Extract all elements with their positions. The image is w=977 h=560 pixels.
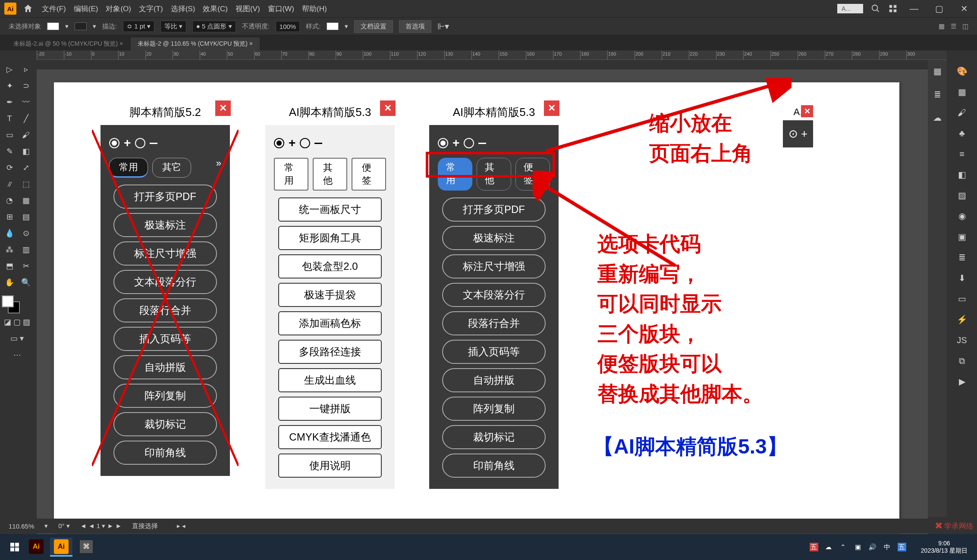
layers-panel-icon[interactable]: ≣ <box>953 249 971 266</box>
direct-selection-tool[interactable]: ▹ <box>18 62 34 77</box>
panel-icon[interactable]: ◫ <box>962 22 968 30</box>
color-mode-icon[interactable]: ◪ ▢ ▨ <box>2 314 33 330</box>
free-transform-tool[interactable]: ⬚ <box>18 176 34 192</box>
tab-notes[interactable]: 便签 <box>352 158 386 191</box>
graph-tool[interactable]: ▥ <box>18 242 34 257</box>
menu-edit[interactable]: 编辑(E) <box>74 4 98 14</box>
artboards-icon[interactable]: ▭ <box>953 290 971 307</box>
hand-tool[interactable]: ✋ <box>2 275 17 290</box>
menu-file[interactable]: 文件(F) <box>42 4 66 14</box>
script-button[interactable]: 生成出血线 <box>278 368 382 392</box>
opacity-input[interactable]: 100% <box>276 21 300 32</box>
gradient-panel-icon[interactable]: ◧ <box>953 166 971 183</box>
script-button[interactable]: CMYK查找潘通色 <box>278 425 382 449</box>
tray-icon[interactable]: 五 <box>898 543 906 551</box>
tray-icon[interactable]: ⌃ <box>839 543 848 551</box>
script-button[interactable]: 添加画稿色标 <box>278 311 382 335</box>
script-button[interactable]: 插入页码等 <box>113 327 217 351</box>
tab-common[interactable]: 常用 <box>109 158 148 178</box>
script-button[interactable]: 打开多页PDF <box>442 197 546 222</box>
radio-on-icon[interactable] <box>274 138 284 148</box>
menu-help[interactable]: 帮助(H) <box>302 4 327 14</box>
shape-builder-tool[interactable]: ◔ <box>2 193 17 208</box>
script-button[interactable]: 文本段落分行 <box>442 283 546 307</box>
graphic-styles-icon[interactable]: ▣ <box>953 228 971 245</box>
tray-icon[interactable]: ☁ <box>824 543 833 551</box>
script-button[interactable]: 极速手提袋 <box>278 283 382 307</box>
start-button[interactable] <box>4 537 25 557</box>
script-button[interactable]: 段落行合并 <box>113 298 217 322</box>
script-button[interactable]: 插入页码等 <box>442 340 546 364</box>
volume-icon[interactable]: 🔊 <box>868 543 877 551</box>
fill-swatch[interactable] <box>47 22 59 30</box>
canvas[interactable]: 脚本精简版5.2 ✕ + 常用 其它 » 打开多页PDF极速标注标注尺寸增强文本… <box>37 69 928 534</box>
color-panel-icon[interactable]: 🎨 <box>953 63 971 80</box>
script-button[interactable]: 矩形圆角工具 <box>278 226 382 250</box>
layers-icon[interactable]: ≣ <box>929 86 946 103</box>
brushes-icon[interactable]: 🖌 <box>953 104 971 121</box>
topbar-search-input[interactable]: A... <box>837 4 863 13</box>
taskbar-app-other[interactable]: ⌘ <box>75 538 97 557</box>
zoom-tool[interactable]: 🔍 <box>18 275 34 290</box>
lasso-tool[interactable]: ⊃ <box>18 78 34 94</box>
rotate-indicator[interactable]: 0° ▾ <box>58 522 70 530</box>
asset-export-icon[interactable]: ⬇ <box>953 269 971 287</box>
script-button[interactable]: 文本段落分行 <box>113 270 217 294</box>
menu-type[interactable]: 文字(T) <box>139 4 163 14</box>
script-button[interactable]: 裁切标记 <box>113 412 217 436</box>
script-button[interactable]: 自动拼版 <box>442 368 546 392</box>
minimize-button[interactable]: — <box>905 4 923 14</box>
clock[interactable]: 9:06 2023/8/13 星期日 <box>921 540 968 554</box>
radio-on-icon[interactable] <box>109 138 119 148</box>
script-button[interactable]: 阵列复制 <box>113 384 217 408</box>
rectangle-tool[interactable]: ▭ <box>2 127 17 143</box>
uniform-select[interactable]: 等比 ▾ <box>160 21 186 32</box>
tab-common[interactable]: 常用 <box>274 158 308 191</box>
tab-other[interactable]: 其它 <box>152 158 191 178</box>
grid-icon[interactable]: ▦ <box>939 22 945 30</box>
symbol-sprayer-tool[interactable]: ⁂ <box>2 242 17 257</box>
doc-tab-2[interactable]: 未标题-2 @ 110.65 % (CMYK/CPU 预览) × <box>131 38 260 50</box>
maximize-button[interactable]: ▢ <box>930 3 948 14</box>
selection-tool[interactable]: ▷ <box>2 62 17 77</box>
pen-tool[interactable]: ✒ <box>2 94 17 110</box>
tab-other[interactable]: 其他 <box>313 158 347 191</box>
gradient-tool[interactable]: ▤ <box>18 209 34 225</box>
magic-wand-tool[interactable]: ✦ <box>2 78 17 94</box>
home-icon[interactable] <box>23 3 33 14</box>
close-icon[interactable]: ✕ <box>215 100 231 116</box>
script-button[interactable]: 裁切标记 <box>442 425 546 449</box>
script-button[interactable]: 印前角线 <box>442 454 546 478</box>
line-tool[interactable]: ╱ <box>18 111 34 126</box>
radio-off-icon[interactable] <box>135 138 145 148</box>
radio-off-icon[interactable] <box>464 138 474 148</box>
script-button[interactable]: 自动拼版 <box>113 355 217 379</box>
script-button[interactable]: 打开多页PDF <box>113 185 217 209</box>
script-button[interactable]: 段落行合并 <box>442 311 546 335</box>
prefs-button[interactable]: 首选项 <box>399 20 431 33</box>
eyedropper-tool[interactable]: 💧 <box>2 225 17 241</box>
script-button[interactable]: 极速标注 <box>442 226 546 250</box>
menu-select[interactable]: 选择(S) <box>171 4 195 14</box>
script-button[interactable]: 包装盒型2.0 <box>278 254 382 278</box>
stroke-width-input[interactable]: ≎ 1 pt ▾ <box>123 21 154 32</box>
width-tool[interactable]: ⫽ <box>2 176 17 192</box>
close-icon[interactable]: ✕ <box>380 100 396 116</box>
paintbrush-tool[interactable]: 🖌 <box>18 127 34 143</box>
artboard-tool[interactable]: ⬒ <box>2 258 17 274</box>
blend-tool[interactable]: ⊙ <box>18 225 34 241</box>
script-button[interactable]: 统一画板尺寸 <box>278 197 382 222</box>
stroke-swatch[interactable] <box>75 22 87 30</box>
appearance-icon[interactable]: ◉ <box>953 207 971 225</box>
script-icon[interactable]: JS <box>953 332 971 349</box>
libraries-icon[interactable]: ☁ <box>929 109 946 126</box>
taskbar-app-ai-1[interactable]: Ai <box>25 538 47 557</box>
curvature-tool[interactable]: 〰 <box>18 94 34 110</box>
edit-toolbar-icon[interactable]: ⋯ <box>2 347 33 363</box>
menu-view[interactable]: 视图(V) <box>236 4 260 14</box>
swatches-icon[interactable]: ▦ <box>953 83 971 100</box>
radio-off-icon[interactable] <box>300 138 310 148</box>
properties-icon[interactable]: ▦ <box>929 63 946 80</box>
taskbar-app-ai-2[interactable]: Ai <box>50 538 72 557</box>
script-button[interactable]: 标注尺寸增强 <box>113 241 217 266</box>
